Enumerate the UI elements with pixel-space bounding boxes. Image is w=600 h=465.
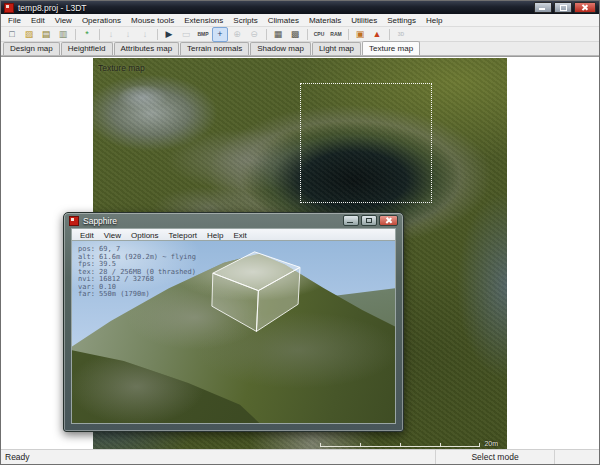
selection-rectangle[interactable] bbox=[300, 83, 432, 203]
sapphire-window: Sapphire EditViewOptionsTeleportHelpExit… bbox=[63, 212, 404, 432]
tab-terrain-normals[interactable]: Terrain normals bbox=[180, 42, 249, 55]
measure-tool-icon: ▭ bbox=[178, 27, 194, 42]
l3dt-app-icon bbox=[4, 3, 14, 13]
status-ready: Ready bbox=[1, 452, 435, 462]
menu-materials[interactable]: Materials bbox=[304, 15, 346, 26]
window-controls bbox=[534, 2, 596, 13]
sapphire-menu-options[interactable]: Options bbox=[126, 231, 164, 240]
menu-mouse-tools[interactable]: Mouse tools bbox=[126, 15, 179, 26]
zoom-in-icon: ⊕ bbox=[229, 27, 245, 42]
sapphire-maximize-button[interactable] bbox=[361, 215, 377, 226]
sapphire-3d-icon[interactable]: ▲ bbox=[369, 27, 385, 42]
menu-edit[interactable]: Edit bbox=[26, 15, 50, 26]
map-type-label: Texture map bbox=[98, 63, 145, 73]
zoom-out-icon: ⊖ bbox=[246, 27, 262, 42]
sapphire-menu-teleport[interactable]: Teleport bbox=[164, 231, 202, 240]
tab-shadow-map[interactable]: Shadow map bbox=[250, 42, 311, 55]
menu-settings[interactable]: Settings bbox=[382, 15, 421, 26]
menu-extensions[interactable]: Extensions bbox=[179, 15, 228, 26]
pan-tool-icon[interactable]: + bbox=[212, 27, 228, 42]
menu-utilities[interactable]: Utilities bbox=[346, 15, 382, 26]
toolbar-separator bbox=[266, 29, 267, 40]
sapphire-title: Sapphire bbox=[83, 216, 341, 226]
minimize-button[interactable] bbox=[534, 2, 552, 13]
sapphire-titlebar[interactable]: Sapphire bbox=[64, 213, 403, 228]
status-mode: Select mode bbox=[435, 450, 555, 464]
calc-step-3-icon: ↓ bbox=[137, 27, 153, 42]
import-icon[interactable]: ▥ bbox=[55, 27, 71, 42]
selection-box-3d[interactable] bbox=[208, 246, 305, 333]
scale-bar-label: 20m bbox=[484, 440, 498, 447]
sapphire-menu-exit[interactable]: Exit bbox=[229, 231, 252, 240]
sapphire-minimize-button[interactable] bbox=[343, 215, 359, 226]
overlay-mask-icon[interactable]: ▩ bbox=[287, 27, 303, 42]
sapphire-app-icon bbox=[69, 216, 79, 226]
map-tab-bar: Design mapHeightfieldAttributes mapTerra… bbox=[1, 42, 599, 56]
window-title: temp8.proj - L3DT bbox=[18, 3, 534, 13]
menu-scripts[interactable]: Scripts bbox=[228, 15, 262, 26]
save-project-icon[interactable]: ▤ bbox=[38, 27, 54, 42]
tab-texture-map[interactable]: Texture map bbox=[362, 41, 420, 55]
vehicle-tool-icon[interactable]: ▣ bbox=[352, 27, 368, 42]
bmp-export-icon[interactable]: BMP bbox=[195, 27, 211, 42]
titlebar[interactable]: temp8.proj - L3DT bbox=[1, 1, 599, 14]
scale-bar-line bbox=[320, 443, 480, 447]
tab-design-map[interactable]: Design map bbox=[3, 42, 60, 55]
new-project-icon[interactable]: □ bbox=[4, 27, 20, 42]
sapphire-3d-viewport[interactable]: pos: 69, 7alt: 61.6m (920.2m) ~ flyingfp… bbox=[71, 240, 396, 424]
status-spare-panel bbox=[555, 450, 599, 464]
sapphire-menu-view[interactable]: View bbox=[99, 231, 126, 240]
toolbar-separator bbox=[99, 29, 100, 40]
close-button[interactable] bbox=[574, 2, 596, 13]
toolbar-separator bbox=[75, 29, 76, 40]
status-bar: Ready Select mode bbox=[1, 449, 599, 464]
ram-monitor-icon[interactable]: RAM bbox=[328, 27, 344, 42]
overlay-map-icon[interactable]: ▦ bbox=[270, 27, 286, 42]
sapphire-menu-edit[interactable]: Edit bbox=[75, 231, 99, 240]
maximize-button[interactable] bbox=[554, 2, 572, 13]
menu-help[interactable]: Help bbox=[421, 15, 447, 26]
toolbar-separator bbox=[307, 29, 308, 40]
cpu-monitor-icon[interactable]: CPU bbox=[311, 27, 327, 42]
calc-step-2-icon: ↓ bbox=[120, 27, 136, 42]
l3dt-main-window: temp8.proj - L3DT FileEditViewOperations… bbox=[0, 0, 600, 465]
menu-view[interactable]: View bbox=[50, 15, 77, 26]
wizard-icon[interactable]: * bbox=[79, 27, 95, 42]
sapphire-close-button[interactable] bbox=[379, 215, 398, 226]
toolbar-separator bbox=[348, 29, 349, 40]
toolbar: □▨▤▥*↓↓↓▶▭BMP+⊕⊖▦▩CPURAM▣▲3D bbox=[1, 27, 599, 42]
menu-file[interactable]: File bbox=[3, 15, 26, 26]
scale-bar: 20m bbox=[320, 440, 498, 447]
open-project-icon[interactable]: ▨ bbox=[21, 27, 37, 42]
menu-operations[interactable]: Operations bbox=[77, 15, 126, 26]
hud-line: far: 550m (1790m) bbox=[78, 291, 196, 299]
view-3d-icon: 3D bbox=[393, 27, 409, 42]
tab-light-map[interactable]: Light map bbox=[312, 42, 361, 55]
menu-climates[interactable]: Climates bbox=[263, 15, 304, 26]
menu-bar: FileEditViewOperationsMouse toolsExtensi… bbox=[1, 14, 599, 27]
sapphire-menu-help[interactable]: Help bbox=[202, 231, 228, 240]
select-tool-icon[interactable]: ▶ bbox=[161, 27, 177, 42]
tab-heightfield[interactable]: Heightfield bbox=[61, 42, 113, 55]
hud-readout: pos: 69, 7alt: 61.6m (920.2m) ~ flyingfp… bbox=[78, 246, 196, 299]
calc-step-1-icon: ↓ bbox=[103, 27, 119, 42]
tab-attributes-map[interactable]: Attributes map bbox=[114, 42, 180, 55]
toolbar-separator bbox=[389, 29, 390, 40]
toolbar-separator bbox=[157, 29, 158, 40]
